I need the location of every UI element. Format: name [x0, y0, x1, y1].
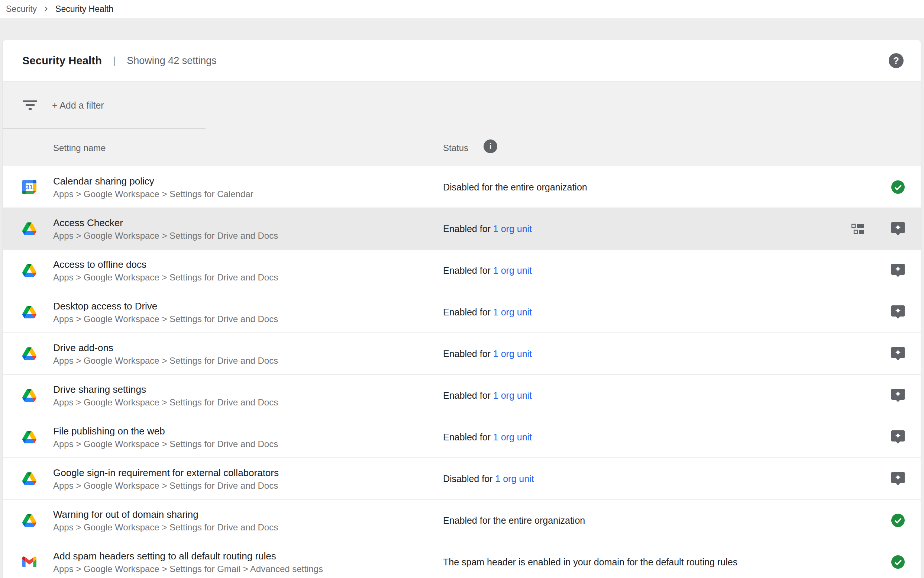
table-row[interactable]: Google sign-in requirement for external … — [3, 458, 921, 500]
google-calendar-icon: 31 — [22, 180, 36, 194]
org-unit-link[interactable]: 1 org unit — [493, 307, 532, 317]
setting-name: Drive sharing settings — [53, 383, 278, 396]
info-icon[interactable]: i — [484, 140, 497, 153]
recommendation-badge-icon[interactable] — [890, 263, 905, 278]
setting-path: Apps > Google Workspace > Settings for D… — [53, 271, 278, 284]
app-icon — [22, 472, 36, 486]
status-ok-icon — [890, 513, 905, 528]
setting-name: Google sign-in requirement for external … — [53, 466, 279, 479]
status-cell: Disabled for the entire organization — [443, 182, 587, 192]
setting-path: Apps > Google Workspace > Settings for G… — [53, 563, 323, 575]
column-header-status: Status — [443, 143, 468, 153]
security-health-card: Security Health | Showing 42 settings ? … — [3, 40, 921, 578]
app-icon — [22, 555, 36, 569]
table-row[interactable]: 31 Calendar sharing policy Apps > Google… — [3, 166, 921, 208]
status-cell: Enabled for 1 org unit — [443, 223, 532, 234]
setting-text: Drive add-ons Apps > Google Workspace > … — [53, 340, 278, 367]
app-icon — [22, 263, 36, 278]
status-cell: Disabled for 1 org unit — [443, 473, 534, 484]
setting-text: Access Checker Apps > Google Workspace >… — [53, 215, 278, 242]
breadcrumb-current: Security Health — [55, 4, 113, 14]
card-header: Security Health | Showing 42 settings ? — [3, 40, 921, 81]
google-drive-icon — [22, 514, 36, 527]
status-text: Enabled for — [443, 265, 493, 275]
filter-bar: + Add a filter — [3, 82, 921, 129]
breadcrumb: Security Security Health — [0, 0, 924, 18]
status-text: Disabled for the entire organization — [443, 182, 587, 192]
setting-text: Warning for out of domain sharing Apps >… — [53, 507, 278, 534]
table-header: Setting name Status i — [3, 129, 921, 166]
google-drive-icon — [22, 222, 36, 235]
app-icon — [22, 305, 36, 319]
org-unit-link[interactable]: 1 org unit — [493, 223, 532, 234]
status-text: Enabled for — [443, 348, 493, 359]
table-row[interactable]: Access Checker Apps > Google Workspace >… — [3, 208, 921, 250]
breadcrumb-parent-link[interactable]: Security — [6, 4, 37, 14]
setting-name: Access to offline docs — [53, 258, 278, 271]
setting-text: Desktop access to Drive Apps > Google Wo… — [53, 299, 278, 325]
setting-text: Drive sharing settings Apps > Google Wor… — [53, 382, 278, 409]
status-ok-icon — [890, 555, 905, 570]
setting-name: File publishing on the web — [53, 424, 278, 438]
gmail-icon — [22, 557, 36, 567]
app-icon — [22, 513, 36, 528]
help-icon[interactable]: ? — [889, 53, 903, 68]
recommendation-badge-icon[interactable] — [890, 346, 905, 361]
app-icon — [22, 347, 36, 361]
org-unit-link[interactable]: 1 org unit — [495, 473, 534, 484]
status-text: Enabled for the entire organization — [443, 515, 585, 525]
recommendation-badge-icon[interactable] — [890, 430, 905, 445]
org-unit-link[interactable]: 1 org unit — [493, 432, 532, 442]
setting-text: File publishing on the web Apps > Google… — [53, 424, 278, 450]
status-text: Disabled for — [443, 473, 495, 484]
status-cell: Enabled for 1 org unit — [443, 307, 532, 317]
status-cell: Enabled for 1 org unit — [443, 390, 532, 401]
settings-count-label: Showing 42 settings — [127, 55, 217, 67]
table-body: 31 Calendar sharing policy Apps > Google… — [3, 166, 921, 578]
recommendation-badge-icon[interactable] — [890, 305, 905, 320]
app-icon — [22, 430, 36, 444]
setting-path: Apps > Google Workspace > Settings for D… — [53, 438, 278, 450]
table-row[interactable]: Add spam headers setting to all default … — [3, 541, 921, 578]
filter-list-icon — [23, 101, 37, 112]
column-header-setting-name: Setting name — [53, 143, 105, 153]
org-unit-link[interactable]: 1 org unit — [493, 348, 532, 359]
recommendation-badge-icon[interactable] — [890, 221, 905, 236]
setting-name: Add spam headers setting to all default … — [53, 549, 323, 563]
setting-name: Drive add-ons — [53, 341, 278, 354]
chevron-right-icon — [42, 5, 50, 13]
app-icon — [22, 222, 36, 236]
app-icon: 31 — [22, 180, 36, 194]
setting-path: Apps > Google Workspace > Settings for D… — [53, 354, 278, 367]
google-drive-icon — [22, 431, 36, 443]
setting-text: Add spam headers setting to all default … — [53, 549, 323, 575]
table-row[interactable]: File publishing on the web Apps > Google… — [3, 416, 921, 458]
org-units-icon — [851, 223, 864, 234]
svg-text:31: 31 — [26, 184, 33, 191]
table-row[interactable]: Drive add-ons Apps > Google Workspace > … — [3, 333, 921, 375]
table-row[interactable]: Desktop access to Drive Apps > Google Wo… — [3, 291, 921, 333]
setting-path: Apps > Google Workspace > Settings for D… — [53, 396, 278, 409]
org-unit-link[interactable]: 1 org unit — [493, 390, 532, 400]
table-row[interactable]: Drive sharing settings Apps > Google Wor… — [3, 375, 921, 416]
table-row[interactable]: Warning for out of domain sharing Apps >… — [3, 500, 921, 541]
recommendation-badge-icon[interactable] — [890, 388, 905, 403]
status-cell: The spam header is enabled in your domai… — [443, 557, 738, 567]
status-text: Enabled for — [443, 307, 493, 317]
setting-name: Desktop access to Drive — [53, 299, 278, 313]
status-cell: Enabled for 1 org unit — [443, 265, 532, 276]
setting-path: Apps > Google Workspace > Settings for C… — [53, 188, 254, 200]
status-cell: Enabled for the entire organization — [443, 515, 585, 526]
org-unit-link[interactable]: 1 org unit — [493, 265, 532, 275]
app-icon — [22, 388, 36, 403]
status-text: Enabled for — [443, 432, 493, 442]
title-separator: | — [113, 55, 116, 67]
add-filter-button[interactable]: + Add a filter — [52, 100, 104, 111]
status-text: Enabled for — [443, 390, 493, 400]
recommendation-badge-icon[interactable] — [890, 471, 905, 486]
setting-text: Google sign-in requirement for external … — [53, 465, 279, 492]
google-drive-icon — [22, 264, 36, 277]
table-row[interactable]: Access to offline docs Apps > Google Wor… — [3, 250, 921, 291]
setting-path: Apps > Google Workspace > Settings for D… — [53, 521, 278, 534]
setting-path: Apps > Google Workspace > Settings for D… — [53, 229, 278, 242]
